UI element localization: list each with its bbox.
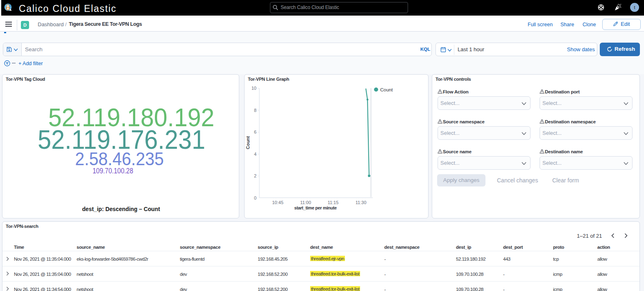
- svg-text:start_time per minute: start_time per minute: [294, 205, 337, 210]
- svg-text:10:45: 10:45: [272, 200, 283, 205]
- svg-text:10: 10: [252, 86, 256, 91]
- svg-text:Count: Count: [380, 87, 393, 92]
- svg-text:11:00: 11:00: [300, 200, 311, 205]
- svg-text:6: 6: [254, 130, 256, 134]
- svg-text:4: 4: [254, 152, 256, 157]
- svg-text:0: 0: [254, 196, 256, 200]
- svg-text:8: 8: [254, 108, 256, 113]
- svg-text:11:15: 11:15: [328, 200, 339, 205]
- svg-text:Count: Count: [245, 136, 250, 149]
- svg-text:2: 2: [254, 173, 256, 178]
- svg-text:11:30: 11:30: [356, 200, 367, 205]
